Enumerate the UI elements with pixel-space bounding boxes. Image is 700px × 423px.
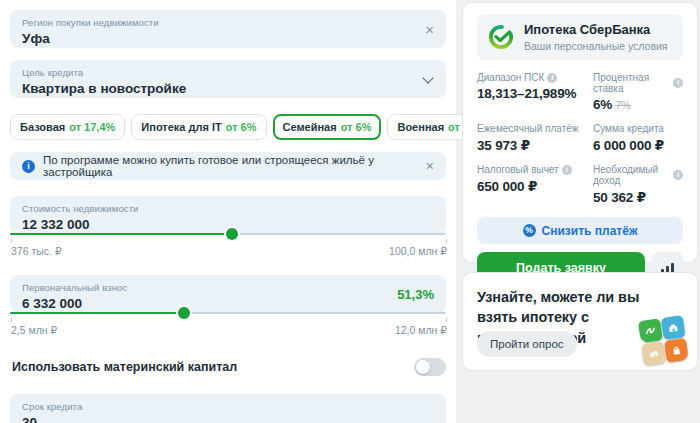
program-tabs: Базовая от 17,4% Ипотека для IT от 6% Се… [10, 114, 446, 140]
offer-subtitle: Ваши персональные условия [524, 40, 668, 52]
banner-text: По программе можно купить готовое или ст… [43, 154, 418, 178]
slider-thumb[interactable] [178, 307, 190, 319]
stat-required-income: Необходимый доходi 50 362 ₽ [593, 164, 683, 205]
stat-monthly-payment: Ежемесячный платёж 35 973 ₽ [477, 123, 589, 153]
range-max: 12,0 млн ₽ [395, 318, 447, 336]
down-payment-slider[interactable] [10, 312, 446, 314]
property-cost-range: 376 тыс. ₽ 100,0 млн ₽ [11, 239, 447, 257]
stat-label: Налоговый вычет [477, 164, 559, 175]
tab-program-basic[interactable]: Базовая от 17,4% [10, 114, 125, 140]
stat-value: 6% [593, 97, 612, 112]
purpose-label: Цель кредита [22, 67, 434, 78]
loan-term-label: Срок кредита [22, 401, 434, 412]
tab-program-it[interactable]: Ипотека для IT от 6% [131, 114, 266, 140]
range-max: 100,0 млн ₽ [389, 239, 447, 257]
tab-rate: от 17,4% [69, 121, 115, 133]
offer-stats: Диапазон ПСКi 18,313–21,989% Процентная … [477, 72, 683, 205]
stat-old-value: 7% [615, 99, 631, 111]
purpose-value: Квартира в новостройке [22, 81, 434, 96]
survey-illustration [638, 315, 690, 367]
building-bubble-icon [661, 315, 686, 340]
stat-psk-range: Диапазон ПСКi 18,313–21,989% [477, 72, 589, 112]
dog-bubble-icon [641, 341, 666, 366]
down-payment-percent-badge: 51,3% [397, 287, 434, 302]
down-payment-field[interactable]: Первоначальный взнос 6 332 000 51,3% [10, 275, 446, 313]
stat-loan-amount: Сумма кредита 6 000 000 ₽ [593, 123, 683, 153]
info-icon[interactable]: i [562, 165, 572, 175]
maternity-capital-label: Использовать материнский капитал [12, 360, 237, 374]
clear-region-icon[interactable]: × [425, 22, 434, 37]
reduce-payment-button[interactable]: % Снизить платёж [477, 217, 683, 244]
stat-value: 35 973 ₽ [477, 137, 589, 153]
stat-interest-rate: Процентная ставкаi 6%7% [593, 72, 683, 112]
tab-program-family[interactable]: Семейная от 6% [273, 114, 382, 140]
sberbank-logo-icon [487, 23, 515, 51]
program-info-banner: i По программе можно купить готовое или … [10, 152, 446, 180]
tab-label: Военная [397, 121, 444, 133]
stat-label: Сумма кредита [593, 123, 664, 134]
stat-value: 650 000 ₽ [477, 178, 589, 194]
info-icon[interactable]: i [673, 78, 683, 88]
range-min: 376 тыс. ₽ [11, 239, 62, 257]
tab-label: Семейная [283, 121, 337, 133]
stat-label: Необходимый доход [593, 164, 670, 186]
property-cost-slider[interactable] [10, 233, 446, 235]
region-field[interactable]: Регион покупки недвижимости Уфа × [10, 10, 446, 48]
down-payment-input[interactable]: 6 332 000 [22, 296, 434, 311]
offer-header: Ипотека СберБанка Ваши персональные усло… [477, 14, 683, 60]
reduce-payment-label: Снизить платёж [542, 224, 638, 238]
loan-term-field[interactable]: Срок кредита 30 [10, 394, 446, 423]
stat-tax-deduction: Налоговый вычетi 650 000 ₽ [477, 164, 589, 205]
offer-card: Ипотека СберБанка Ваши персональные усло… [462, 2, 698, 263]
tab-label: Базовая [20, 121, 65, 133]
stat-value: 6 000 000 ₽ [593, 137, 683, 153]
down-payment-range: 2,5 млн ₽ 12,0 млн ₽ [11, 318, 447, 336]
tab-label: Ипотека для IT [141, 121, 221, 133]
property-cost-field[interactable]: Стоимость недвижимости 12 332 000 [10, 196, 446, 234]
slider-thumb[interactable] [226, 228, 238, 240]
mortgage-calculator-form: Регион покупки недвижимости Уфа × Цель к… [0, 0, 456, 423]
stat-label: Процентная ставка [593, 72, 670, 94]
offer-title: Ипотека СберБанка [524, 22, 668, 37]
bag-bubble-icon [664, 338, 689, 363]
survey-card: Узнайте, можете ли вы взять ипотеку с го… [462, 272, 698, 371]
region-label: Регион покупки недвижимости [22, 17, 434, 28]
tab-rate: от 6% [341, 121, 372, 133]
property-cost-label: Стоимость недвижимости [22, 203, 434, 214]
close-banner-icon[interactable]: × [426, 159, 434, 173]
loan-term-input[interactable]: 30 [22, 415, 434, 423]
region-value[interactable]: Уфа [22, 31, 434, 46]
info-icon[interactable]: i [547, 73, 557, 83]
tab-rate: от 6% [226, 121, 257, 133]
maternity-capital-row: Использовать материнский капитал [12, 358, 446, 376]
info-icon: i [22, 160, 35, 173]
info-icon[interactable]: i [673, 170, 683, 180]
stat-label: Ежемесячный платёж [477, 123, 578, 134]
percent-circle-icon: % [523, 224, 536, 237]
take-survey-button[interactable]: Пройти опрос [477, 331, 577, 357]
range-min: 2,5 млн ₽ [11, 318, 57, 336]
stat-value: 18,313–21,989% [477, 86, 589, 101]
scribble-bubble-icon [638, 318, 663, 343]
toggle-knob [416, 360, 430, 374]
stat-value: 50 362 ₽ [593, 189, 683, 205]
loan-purpose-select[interactable]: Цель кредита Квартира в новостройке [10, 60, 446, 98]
stat-label: Диапазон ПСК [477, 72, 544, 83]
maternity-capital-toggle[interactable] [414, 358, 446, 376]
down-payment-label: Первоначальный взнос [22, 282, 434, 293]
